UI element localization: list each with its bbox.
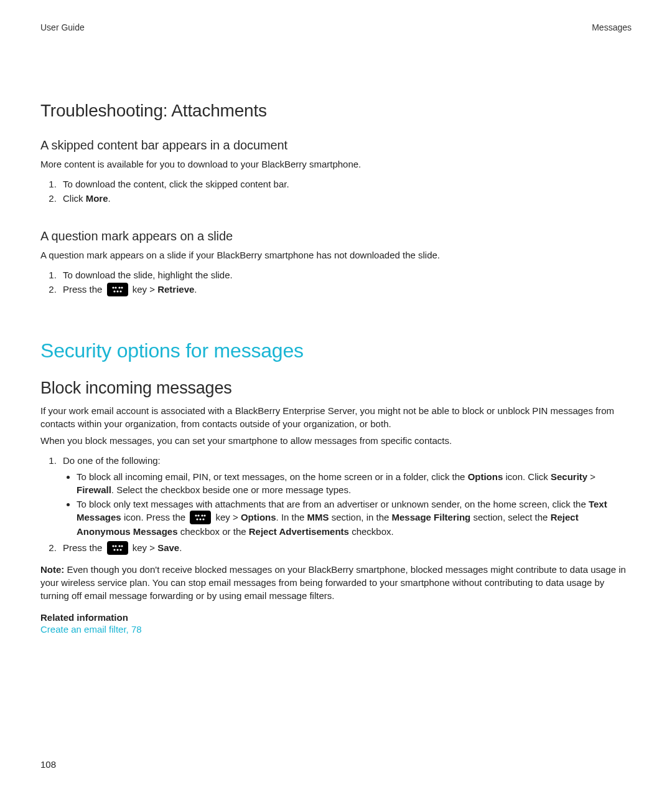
- svg-point-0: [112, 286, 114, 288]
- svg-point-19: [116, 549, 118, 550]
- skipped-steps: To download the content, click the skipp…: [40, 177, 632, 205]
- svg-point-7: [195, 514, 197, 516]
- svg-point-9: [202, 514, 203, 516]
- svg-point-16: [118, 545, 120, 547]
- block-step-2: Press the key > Save.: [59, 540, 632, 555]
- block-intro-1: If your work email account is associated…: [40, 404, 632, 430]
- block-bullet-2: To block only text messages with attachm…: [77, 498, 632, 538]
- block-note: Note: Even though you don't receive bloc…: [40, 563, 632, 602]
- svg-point-14: [112, 545, 114, 547]
- svg-point-17: [121, 545, 123, 547]
- block-steps: Do one of the following: To block all in…: [40, 453, 632, 555]
- bb-menu-key-icon: [107, 283, 128, 296]
- question-steps: To download the slide, highlight the sli…: [40, 268, 632, 297]
- block-step-1: Do one of the following: To block all in…: [59, 453, 632, 538]
- svg-point-6: [119, 290, 121, 292]
- page-number: 108: [40, 759, 56, 770]
- skipped-step-2: Click More.: [59, 191, 632, 205]
- heading-skipped-content: A skipped content bar appears in a docum…: [40, 138, 632, 153]
- bb-menu-key-icon: [190, 511, 211, 524]
- bb-menu-key-icon: [107, 541, 128, 555]
- question-intro: A question mark appears on a slide if yo…: [40, 248, 632, 262]
- question-step-1: To download the slide, highlight the sli…: [59, 268, 632, 282]
- svg-point-1: [114, 286, 116, 288]
- header-right: Messages: [592, 22, 632, 32]
- svg-point-12: [200, 518, 202, 520]
- svg-point-15: [114, 545, 116, 547]
- svg-point-13: [203, 518, 205, 520]
- section-security-options-title: Security options for messages: [40, 339, 632, 362]
- svg-point-3: [121, 286, 123, 288]
- page-header: User Guide Messages: [40, 22, 632, 32]
- block-intro-2: When you block messages, you can set you…: [40, 434, 632, 447]
- svg-point-8: [198, 514, 200, 516]
- skipped-intro: More content is available for you to dow…: [40, 158, 632, 171]
- header-left: User Guide: [40, 22, 85, 32]
- svg-point-20: [119, 549, 121, 550]
- svg-point-11: [197, 518, 198, 520]
- question-step-2: Press the key > Retrieve.: [59, 282, 632, 297]
- svg-point-10: [204, 514, 206, 516]
- heading-question-mark: A question mark appears on a slide: [40, 229, 632, 243]
- heading-block-incoming: Block incoming messages: [40, 379, 632, 398]
- link-create-email-filter[interactable]: Create an email filter, 78: [40, 624, 632, 635]
- section-troubleshooting-title: Troubleshooting: Attachments: [40, 101, 632, 121]
- svg-point-4: [113, 290, 115, 292]
- svg-point-2: [118, 286, 120, 288]
- skipped-step-1: To download the content, click the skipp…: [59, 177, 632, 191]
- related-information-label: Related information: [40, 612, 632, 623]
- block-sub-bullets: To block all incoming email, PIN, or tex…: [63, 470, 632, 538]
- block-bullet-1: To block all incoming email, PIN, or tex…: [77, 470, 632, 496]
- svg-point-5: [116, 290, 118, 292]
- svg-point-18: [113, 549, 115, 550]
